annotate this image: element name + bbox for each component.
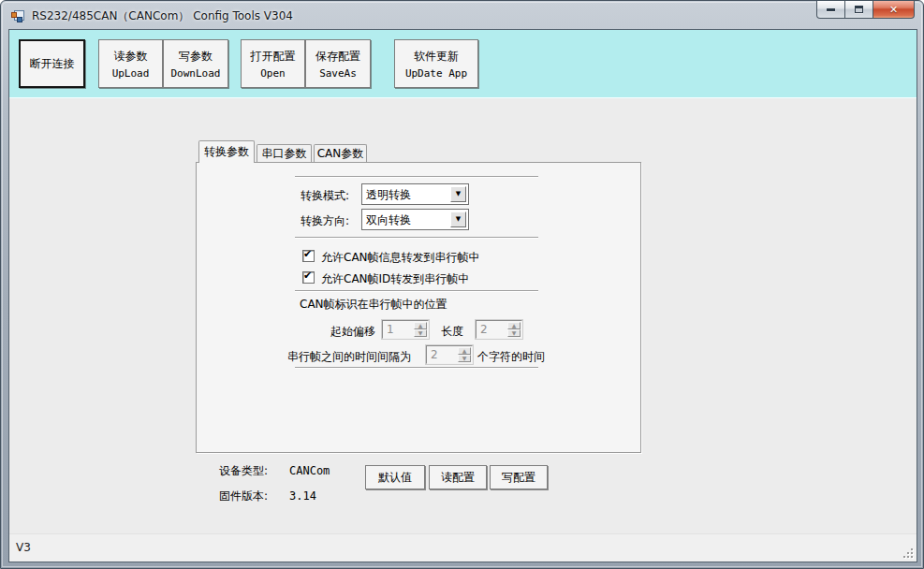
tab-serial-params-label: 串口参数	[262, 146, 307, 162]
close-icon: ✕	[889, 5, 898, 15]
allow-frame-info-checkbox[interactable]: ✔ 允许CAN帧信息转发到串行帧中	[302, 250, 480, 266]
minimize-button[interactable]	[816, 1, 845, 19]
conversion-direction-dropdown-button[interactable]: ▼	[450, 212, 466, 227]
conversion-mode-select[interactable]: 透明转换 ▼	[361, 183, 469, 205]
maximize-icon	[855, 6, 863, 13]
checkbox-checked-icon: ✔	[302, 250, 315, 262]
read-params-label: 读参数	[114, 49, 148, 65]
open-config-sublabel: Open	[260, 67, 286, 80]
interval-suffix-label: 个字符的时间	[477, 349, 545, 365]
read-params-button[interactable]: 读参数 UpLoad	[98, 39, 163, 88]
spinner-up-icon: ▲	[418, 323, 423, 328]
toolbar: 断开连接 读参数 UpLoad 写参数 DownLoad 打开配置 Open 保…	[9, 30, 917, 98]
spinner-down-icon: ▼	[512, 330, 517, 336]
separator-line	[295, 367, 538, 369]
conversion-direction-label: 转换方向:	[301, 213, 349, 229]
conversion-mode-dropdown-button[interactable]: ▼	[450, 186, 466, 202]
chevron-down-icon: ▼	[456, 216, 461, 223]
open-config-label: 打开配置	[251, 49, 296, 65]
allow-frame-info-label: 允许CAN帧信息转发到串行帧中	[321, 250, 480, 266]
tab-can-params[interactable]: CAN参数	[314, 144, 367, 162]
status-text: V3	[16, 541, 31, 554]
window-controls: ✕	[816, 1, 915, 19]
write-params-button[interactable]: 写参数 DownLoad	[163, 39, 228, 88]
default-values-button[interactable]: 默认值	[365, 465, 425, 489]
app-icon	[11, 8, 26, 23]
write-params-sublabel: DownLoad	[171, 67, 221, 80]
close-button[interactable]: ✕	[873, 1, 915, 19]
window-body: 断开连接 读参数 UpLoad 写参数 DownLoad 打开配置 Open 保…	[8, 29, 917, 562]
tab-conversion-params-label: 转换参数	[204, 144, 249, 160]
start-offset-value: 1	[387, 323, 394, 336]
read-params-sublabel: UpLoad	[112, 67, 150, 80]
save-config-button[interactable]: 保存配置 SaveAs	[305, 39, 371, 88]
conversion-mode-label: 转换模式:	[301, 188, 349, 204]
checkbox-checked-icon: ✔	[302, 271, 315, 284]
length-value: 2	[480, 323, 488, 336]
firmware-version-label: 固件版本:	[219, 489, 268, 504]
chevron-down-icon: ▼	[456, 191, 461, 197]
spinner-up-icon: ▲	[512, 323, 517, 328]
spinner-up-button: ▲	[507, 322, 521, 329]
spinner-up-button: ▲	[458, 347, 471, 355]
app-window: RS232/485CAN（CANCom） Config Tools V304 ✕…	[0, 0, 924, 569]
conversion-direction-select[interactable]: 双向转换 ▼	[361, 209, 469, 230]
update-app-button[interactable]: 软件更新 UpDate App	[394, 39, 478, 88]
device-type-label: 设备类型:	[219, 463, 268, 479]
spinner-down-button: ▼	[458, 355, 471, 362]
disconnect-button-label: 断开连接	[30, 56, 75, 72]
spinner-down-icon: ▼	[462, 356, 467, 361]
spinner-down-button: ▼	[414, 329, 427, 337]
read-config-button[interactable]: 读配置	[429, 465, 487, 489]
interval-spinner: 2 ▲ ▼	[426, 345, 473, 364]
spinner-down-button: ▼	[507, 329, 521, 337]
update-app-label: 软件更新	[414, 49, 459, 65]
title-bar[interactable]: RS232/485CAN（CANCom） Config Tools V304 ✕	[1, 1, 923, 29]
read-config-label: 读配置	[441, 470, 475, 486]
interval-value: 2	[431, 348, 438, 361]
allow-frame-id-checkbox[interactable]: ✔ 允许CAN帧ID转发到串行帧中	[302, 271, 469, 287]
start-offset-spinner: 1 ▲ ▼	[382, 320, 429, 339]
resize-grip[interactable]	[902, 547, 914, 559]
save-config-sublabel: SaveAs	[319, 67, 357, 80]
can-id-position-section-label: CAN帧标识在串行帧中的位置	[300, 297, 447, 313]
spinner-up-icon: ▲	[462, 348, 467, 354]
status-bar: V3	[9, 533, 917, 562]
device-type-value: CANCom	[289, 464, 330, 477]
maximize-button[interactable]	[844, 1, 873, 19]
conversion-direction-value: 双向转换	[366, 212, 411, 228]
conversion-params-panel: 转换模式: 透明转换 ▼ 转换方向: 双向转换 ▼ ✔ 允许CAN帧信息转发到串…	[196, 162, 641, 453]
tab-can-params-label: CAN参数	[317, 146, 364, 162]
write-config-button[interactable]: 写配置	[490, 465, 548, 489]
open-config-button[interactable]: 打开配置 Open	[241, 39, 305, 88]
separator-line	[295, 290, 538, 292]
length-spinner: 2 ▲ ▼	[476, 320, 522, 339]
window-title: RS232/485CAN（CANCom） Config Tools V304	[32, 8, 293, 24]
start-offset-label: 起始偏移	[330, 324, 375, 340]
separator-line	[295, 176, 538, 178]
conversion-mode-value: 透明转换	[366, 187, 411, 203]
update-app-sublabel: UpDate App	[405, 67, 467, 80]
spinner-up-button: ▲	[414, 322, 427, 329]
write-config-label: 写配置	[502, 470, 535, 486]
interval-prefix-label: 串行帧之间的时间间隔为	[287, 349, 411, 365]
firmware-version-value: 3.14	[289, 489, 316, 503]
tab-serial-params[interactable]: 串口参数	[257, 144, 312, 162]
write-params-label: 写参数	[179, 49, 213, 65]
length-label: 长度	[441, 324, 463, 340]
allow-frame-id-label: 允许CAN帧ID转发到串行帧中	[321, 271, 469, 287]
minimize-icon	[827, 8, 835, 11]
default-values-label: 默认值	[378, 470, 412, 486]
separator-line	[295, 237, 538, 239]
tab-conversion-params[interactable]: 转换参数	[198, 140, 255, 163]
disconnect-button[interactable]: 断开连接	[19, 39, 85, 88]
spinner-down-icon: ▼	[418, 330, 423, 336]
save-config-label: 保存配置	[315, 49, 360, 65]
